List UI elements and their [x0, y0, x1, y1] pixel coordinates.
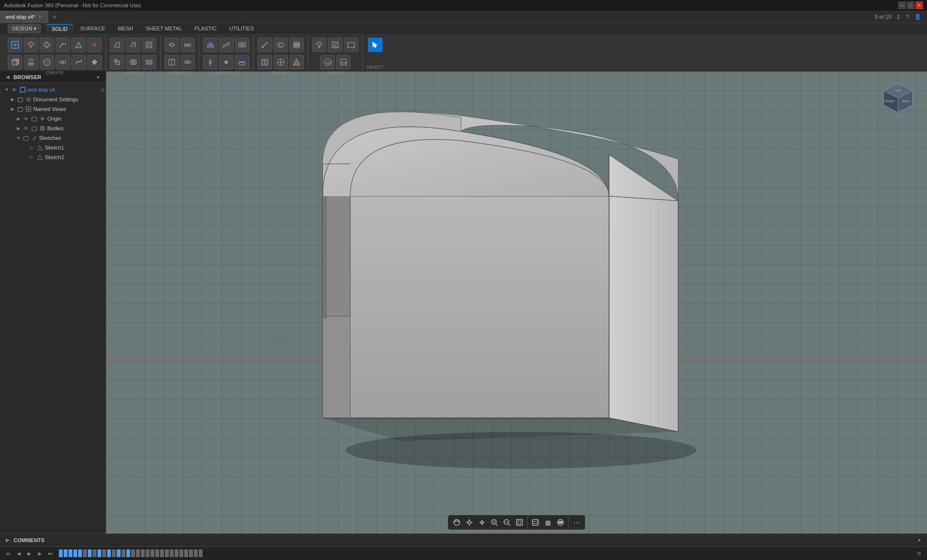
revolve-icon[interactable] [40, 38, 54, 52]
draft-analysis-icon[interactable] [289, 55, 304, 69]
timeline-marker-18[interactable] [146, 549, 150, 557]
timeline-marker-1[interactable] [64, 549, 68, 557]
tree-item-sketch2[interactable]: 👁 Sketch2 [0, 152, 106, 162]
timeline-marker-22[interactable] [165, 549, 169, 557]
eye-origin-icon[interactable]: 👁 [23, 115, 29, 122]
browser-settings-icon[interactable]: ● [94, 73, 102, 81]
design-dropdown[interactable]: DESIGN ▾ [8, 24, 41, 33]
insert-mesh-icon[interactable] [312, 38, 327, 52]
timeline-marker-28[interactable] [194, 549, 198, 557]
section-analysis-icon[interactable] [258, 55, 272, 69]
point-at-vertex-icon[interactable] [219, 55, 233, 69]
tab-mesh[interactable]: MESH [112, 25, 139, 32]
eye-sketch2-icon[interactable]: 👁 [28, 154, 35, 161]
eye-bodies-icon[interactable]: 👁 [23, 125, 29, 132]
timeline-marker-16[interactable] [136, 549, 140, 557]
notification-count[interactable]: 1 [895, 14, 902, 20]
timeline-marker-19[interactable] [150, 549, 154, 557]
timeline-marker-17[interactable] [141, 549, 145, 557]
close-button[interactable]: ✕ [915, 1, 923, 9]
help-button[interactable]: ? [904, 14, 911, 20]
torus-icon[interactable] [55, 55, 70, 69]
timeline-marker-12[interactable] [117, 549, 121, 557]
tree-item-root[interactable]: ▼ 👁 end stop v4 ⚙ [0, 85, 106, 95]
center-of-mass-icon[interactable] [273, 55, 288, 69]
timeline-marker-4[interactable] [78, 549, 82, 557]
as-built-joint-icon[interactable] [180, 38, 195, 52]
expand-root-icon[interactable]: ▼ [4, 87, 10, 93]
tree-item-named-views[interactable]: ▶ Named Views [0, 104, 106, 114]
timeline-marker-0[interactable] [59, 549, 63, 557]
zoom-out-button[interactable] [501, 517, 513, 528]
timeline-settings-button[interactable]: ⚙ [914, 549, 923, 558]
timeline-marker-23[interactable] [170, 549, 174, 557]
nav-cube[interactable]: TOP RIGHT FRONT HOME [879, 81, 917, 120]
fillet-icon[interactable] [110, 38, 124, 52]
user-avatar[interactable]: 👤 [913, 14, 923, 20]
sphere-icon[interactable] [40, 55, 54, 69]
tab-surface[interactable]: SURFACE [74, 25, 111, 32]
timeline-marker-10[interactable] [107, 549, 111, 557]
tangent-plane-icon[interactable] [235, 55, 249, 69]
maximize-button[interactable]: □ [907, 1, 914, 9]
sweep-icon[interactable] [55, 38, 70, 52]
timeline-marker-29[interactable] [199, 549, 203, 557]
expand-sketches-icon[interactable]: ▼ [15, 135, 21, 141]
tab-sheet-metal[interactable]: SHEET METAL [140, 25, 188, 32]
tree-item-sketches[interactable]: ▼ Sketches [0, 133, 106, 143]
timeline-marker-21[interactable] [160, 549, 164, 557]
timeline-marker-11[interactable] [112, 549, 116, 557]
timeline-marker-14[interactable] [126, 549, 130, 557]
tree-item-bodies[interactable]: ▶ 👁 Bodies [0, 123, 106, 133]
timeline-last-button[interactable]: ⏭ [46, 549, 55, 558]
insert-svg-icon[interactable]: SVG [320, 55, 335, 69]
tab-end-stop-v4[interactable]: end stop v4* ✕ [0, 11, 48, 23]
joint-icon[interactable] [164, 38, 179, 52]
timeline-marker-2[interactable] [68, 549, 72, 557]
tree-item-doc-settings[interactable]: ▶ Document Settings [0, 95, 106, 104]
timeline-marker-25[interactable] [179, 549, 183, 557]
tree-item-origin[interactable]: ▶ 👁 Origin [0, 114, 106, 123]
insert-dxf-icon[interactable]: DXF [336, 55, 351, 69]
coil-icon[interactable] [71, 55, 86, 69]
delete-icon[interactable]: ✕ [87, 38, 102, 52]
timeline-marker-8[interactable] [97, 549, 101, 557]
tab-solid[interactable]: SOLID [46, 24, 73, 33]
combine-icon[interactable] [126, 55, 140, 69]
timeline-marker-6[interactable] [88, 549, 92, 557]
expand-bodies-icon[interactable]: ▶ [15, 125, 21, 131]
grid-button[interactable]: ▦ [542, 517, 554, 528]
decal-icon[interactable]: A [328, 38, 342, 52]
timeline-marker-15[interactable] [131, 549, 135, 557]
expand-doc-settings-icon[interactable]: ▶ [10, 96, 15, 102]
more-options-button[interactable]: ⋯ [571, 517, 582, 528]
scale-icon[interactable] [110, 55, 124, 69]
chamfer-icon[interactable] [126, 38, 140, 52]
browser-collapse-icon[interactable]: ◀ [4, 73, 12, 81]
timeline-prev-button[interactable]: ◀ [14, 549, 23, 558]
timeline-play-button[interactable]: ▶ [25, 549, 34, 558]
display-settings-button[interactable] [530, 517, 541, 528]
comments-settings-icon[interactable]: ● [915, 536, 923, 544]
cylinder-icon[interactable] [24, 55, 38, 69]
canvas-icon[interactable] [344, 38, 358, 52]
extrude-icon[interactable] [24, 38, 38, 52]
move-icon[interactable]: ✥ [87, 55, 102, 69]
tree-settings-root-icon[interactable]: ⚙ [99, 86, 106, 93]
expand-named-views-icon[interactable]: ▶ [10, 106, 15, 112]
look-at-button[interactable] [464, 517, 475, 528]
tab-plastic[interactable]: PLASTIC [189, 25, 222, 32]
tab-close-icon[interactable]: ✕ [38, 14, 42, 19]
box-icon[interactable] [8, 55, 22, 69]
minimize-button[interactable]: ─ [898, 1, 906, 9]
tree-item-sketch1[interactable]: 👁 Sketch1 [0, 143, 106, 152]
timeline-marker-26[interactable] [184, 549, 188, 557]
shading-button[interactable] [555, 517, 566, 528]
timeline-marker-20[interactable] [155, 549, 159, 557]
timeline-marker-5[interactable] [83, 549, 87, 557]
plane-at-angle-icon[interactable] [219, 38, 233, 52]
timeline-marker-13[interactable] [122, 549, 125, 557]
drive-joints-icon[interactable] [180, 55, 195, 69]
midplane-icon[interactable] [235, 38, 249, 52]
timeline-marker-3[interactable] [73, 549, 77, 557]
